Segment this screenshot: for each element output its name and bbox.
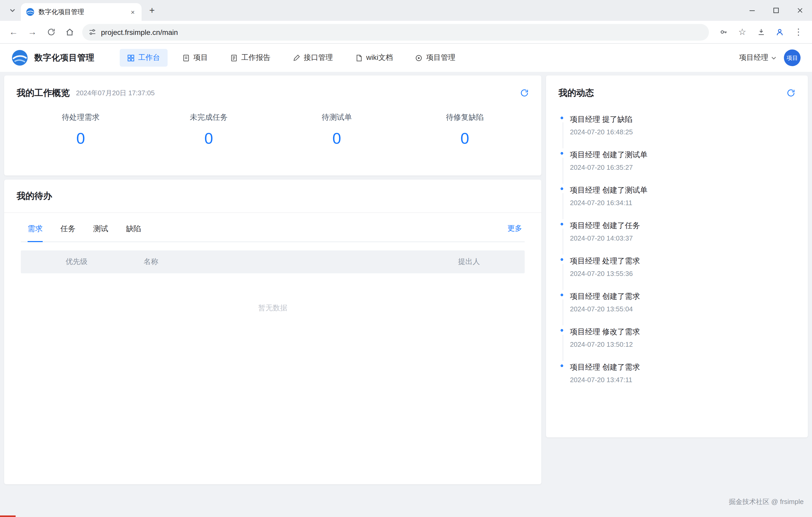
main-nav: 工作台 项目 工作报告 接口管理 (119, 49, 463, 67)
nav-item-wiki[interactable]: wiki文档 (347, 49, 400, 67)
activity-card: 我的动态 项目经理 提了缺陷 2024-07-20 16:48:25 项目经理 … (546, 76, 808, 437)
role-dropdown[interactable]: 项目经理 (739, 53, 777, 62)
timeline-text: 项目经理 处理了需求 (570, 256, 795, 266)
todo-table: 优先级 名称 提出人 暂无数据 (21, 251, 525, 313)
table-header-priority: 优先级 (65, 257, 144, 266)
tab-strip: 数字化项目管理 × + (0, 0, 812, 21)
maximize-button[interactable] (764, 0, 788, 21)
timeline-text: 项目经理 修改了需求 (570, 327, 795, 337)
timeline-text: 项目经理 创建了任务 (570, 221, 795, 231)
tab-search-chevron-icon[interactable] (5, 3, 20, 18)
nav-label: 项目管理 (426, 53, 456, 62)
close-window-button[interactable] (788, 0, 812, 21)
timeline-time: 2024-07-20 16:34:11 (570, 199, 795, 207)
browser-menu-icon[interactable]: ⋮ (790, 24, 807, 40)
stat-label: 待处理需求 (17, 112, 145, 122)
download-icon[interactable] (753, 24, 769, 40)
timeline-dot-icon (560, 117, 563, 119)
tab-requirements[interactable]: 需求 (28, 216, 43, 241)
timeline-time: 2024-07-20 13:55:36 (570, 270, 795, 278)
timeline-item: 项目经理 处理了需求 2024-07-20 13:55:36 (560, 256, 795, 292)
url-text[interactable]: project.frsimple.cn/main (101, 28, 178, 36)
role-label: 项目经理 (739, 53, 768, 62)
site-settings-icon[interactable] (88, 28, 96, 36)
overview-title: 我的工作概览 (17, 87, 70, 99)
nav-label: wiki文档 (366, 53, 393, 62)
stat-unfinished-tasks: 未完成任务 0 (145, 112, 273, 147)
nav-item-api-management[interactable]: 接口管理 (285, 49, 340, 67)
timeline-text: 项目经理 创建了需求 (570, 292, 795, 301)
toolbar-right: ☆ ⋮ (714, 24, 808, 40)
timeline-time: 2024-07-20 16:35:27 (570, 164, 795, 171)
corner-accent (0, 515, 16, 517)
stat-pending-requirements: 待处理需求 0 (17, 112, 145, 147)
header-right: 项目经理 项目 (739, 50, 801, 66)
browser-window: 数字化项目管理 × + ← → proj (0, 0, 812, 517)
timeline-time: 2024-07-20 13:47:11 (570, 376, 795, 384)
tab-defects[interactable]: 缺陷 (126, 216, 141, 241)
app-logo (11, 50, 28, 66)
watermark-text: 掘金技术社区 @ frsimple (729, 497, 804, 507)
grid-icon (127, 54, 135, 62)
app-title: 数字化项目管理 (34, 52, 94, 63)
minimize-button[interactable] (740, 0, 764, 21)
main-content: 我的工作概览 2024年07月20日 17:37:05 待处理需求 0 未完成任… (0, 72, 812, 488)
timeline-time: 2024-07-20 13:55:04 (570, 305, 795, 313)
tab-close-icon[interactable]: × (128, 7, 138, 17)
nav-label: 接口管理 (304, 53, 333, 62)
tab-tests[interactable]: 测试 (93, 216, 108, 241)
nav-label: 项目 (193, 53, 208, 62)
new-tab-button[interactable]: + (145, 3, 159, 18)
window-controls (740, 0, 812, 21)
stat-value: 0 (145, 130, 273, 147)
pen-icon (292, 54, 300, 62)
nav-item-work-report[interactable]: 工作报告 (223, 49, 278, 67)
browser-tab[interactable]: 数字化项目管理 × (21, 3, 142, 21)
reload-button[interactable] (43, 24, 59, 40)
profile-icon[interactable] (772, 24, 788, 40)
wiki-icon (355, 54, 362, 62)
overview-timestamp: 2024年07月20日 17:37:05 (76, 88, 154, 97)
table-header-name: 名称 (144, 257, 458, 266)
timeline-text: 项目经理 创建了需求 (570, 362, 795, 372)
home-button[interactable] (61, 24, 78, 40)
timeline-text: 项目经理 提了缺陷 (570, 115, 795, 124)
browser-toolbar: ← → project.frsimple.cn/main ☆ ⋮ (0, 21, 812, 44)
document-icon (182, 54, 190, 62)
avatar[interactable]: 项目 (784, 50, 801, 66)
timeline-time: 2024-07-20 16:48:25 (570, 128, 795, 136)
timeline-item: 项目经理 创建了需求 2024-07-20 13:55:04 (560, 292, 795, 327)
timeline-dot-icon (560, 365, 563, 367)
favicon (26, 8, 34, 16)
todo-tabs: 需求 任务 测试 缺陷 更多 (21, 216, 525, 242)
activity-timeline: 项目经理 提了缺陷 2024-07-20 16:48:25 项目经理 创建了测试… (558, 115, 795, 398)
chevron-down-icon (771, 55, 777, 61)
url-bar[interactable]: project.frsimple.cn/main (82, 24, 709, 40)
bookmark-star-icon[interactable]: ☆ (734, 24, 751, 40)
tab-tasks[interactable]: 任务 (60, 216, 76, 241)
stat-label: 未完成任务 (145, 112, 273, 122)
forward-button[interactable]: → (24, 24, 40, 40)
nav-item-workbench[interactable]: 工作台 (119, 49, 167, 67)
todo-card: 我的待办 需求 任务 测试 缺陷 更多 优先级 名称 提出人 暂无 (4, 180, 541, 484)
nav-label: 工作台 (138, 53, 160, 62)
todo-title: 我的待办 (17, 191, 52, 201)
left-column: 我的工作概览 2024年07月20日 17:37:05 待处理需求 0 未完成任… (4, 76, 541, 484)
stat-value: 0 (273, 130, 401, 147)
back-button[interactable]: ← (5, 24, 22, 40)
nav-item-project-admin[interactable]: 项目管理 (408, 49, 463, 67)
timeline-dot-icon (560, 223, 563, 225)
stat-value: 0 (401, 130, 529, 147)
timeline-text: 项目经理 创建了测试单 (570, 185, 795, 195)
timeline-item: 项目经理 修改了需求 2024-07-20 13:50:12 (560, 327, 795, 362)
timeline-dot-icon (560, 152, 563, 155)
right-column: 我的动态 项目经理 提了缺陷 2024-07-20 16:48:25 项目经理 … (546, 76, 808, 484)
timeline-item: 项目经理 提了缺陷 2024-07-20 16:48:25 (560, 115, 795, 150)
timeline-item: 项目经理 创建了测试单 2024-07-20 16:34:11 (560, 185, 795, 221)
refresh-icon[interactable] (786, 88, 795, 97)
more-link[interactable]: 更多 (508, 224, 522, 233)
work-overview-card: 我的工作概览 2024年07月20日 17:37:05 待处理需求 0 未完成任… (4, 76, 541, 175)
nav-item-projects[interactable]: 项目 (175, 49, 215, 67)
refresh-icon[interactable] (520, 88, 529, 97)
password-key-icon[interactable] (715, 24, 732, 40)
